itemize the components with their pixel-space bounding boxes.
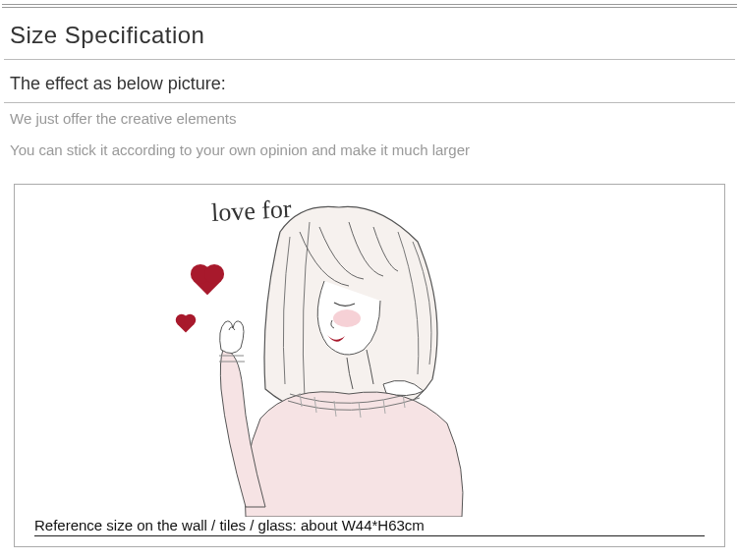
top-double-rule xyxy=(2,4,737,8)
preview-box: love for xyxy=(14,184,725,547)
section-title: Size Specification xyxy=(0,18,739,59)
svg-point-0 xyxy=(333,309,361,327)
subtitle: The effect as below picture: xyxy=(0,60,739,102)
note-line-2: You can stick it according to your own o… xyxy=(0,135,739,166)
reference-size-text: Reference size on the wall / tiles / gla… xyxy=(34,517,705,536)
girl-drawing xyxy=(152,193,506,517)
note-line-1: We just offer the creative elements xyxy=(0,103,739,135)
illustration-girl: love for xyxy=(152,193,506,517)
love-for-script: love for xyxy=(210,195,292,228)
